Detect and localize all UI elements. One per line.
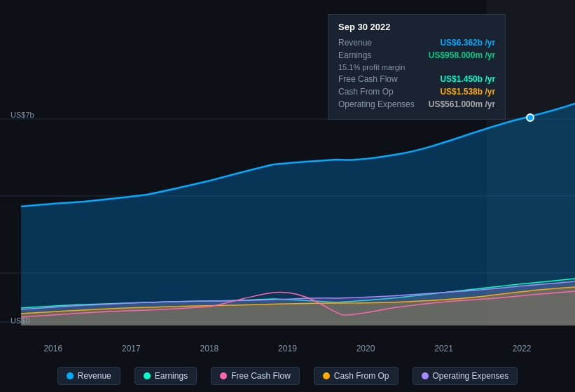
x-label-2021: 2021 (434, 344, 453, 354)
tooltip-revenue-label: Revenue (338, 38, 372, 48)
legend-dot-fcf (220, 372, 227, 379)
tooltip-earnings-value: US$958.000m /yr (429, 50, 495, 60)
tooltip-revenue-value: US$6.362b /yr (440, 38, 495, 48)
x-label-2022: 2022 (513, 344, 532, 354)
x-axis: 2016 2017 2018 2019 2020 2021 2022 (0, 344, 575, 354)
legend-label-opex: Operating Expenses (433, 371, 509, 381)
x-label-2018: 2018 (200, 344, 219, 354)
tooltip-fcf-value: US$1.450b /yr (440, 74, 495, 84)
tooltip-fcf-row: Free Cash Flow US$1.450b /yr (338, 74, 495, 84)
legend-label-fcf: Free Cash Flow (231, 371, 291, 381)
tooltip-opex-label: Operating Expenses (338, 99, 415, 109)
legend-item-earnings[interactable]: Earnings (134, 367, 197, 385)
chart-container: US$7b US$0 Sep 30 2022 Revenue US$6.362b… (0, 0, 575, 392)
tooltip-date: Sep 30 2022 (338, 22, 495, 32)
tooltip-profit-margin: 15.1% profit margin (338, 63, 495, 71)
tooltip-fcf-label: Free Cash Flow (338, 74, 398, 84)
x-label-2016: 2016 (43, 344, 62, 354)
tooltip-revenue-row: Revenue US$6.362b /yr (338, 38, 495, 48)
tooltip-earnings-label: Earnings (338, 50, 371, 60)
legend-label-cashop: Cash From Op (334, 371, 389, 381)
tooltip: Sep 30 2022 Revenue US$6.362b /yr Earnin… (328, 14, 506, 120)
svg-point-6 (527, 114, 534, 121)
svg-text:US$7b: US$7b (11, 111, 34, 119)
legend-dot-earnings (144, 372, 151, 379)
tooltip-earnings-row: Earnings US$958.000m /yr (338, 50, 495, 60)
legend-dot-opex (422, 372, 429, 379)
legend-item-revenue[interactable]: Revenue (57, 367, 120, 385)
svg-text:US$0: US$0 (11, 316, 30, 325)
x-label-2019: 2019 (278, 344, 297, 354)
tooltip-opex-value: US$561.000m /yr (429, 99, 495, 109)
legend-item-opex[interactable]: Operating Expenses (413, 367, 518, 385)
x-label-2020: 2020 (356, 344, 375, 354)
legend: Revenue Earnings Free Cash Flow Cash Fro… (0, 367, 575, 385)
x-label-2017: 2017 (122, 344, 141, 354)
legend-item-fcf[interactable]: Free Cash Flow (211, 367, 300, 385)
tooltip-cashop-value: US$1.538b /yr (440, 87, 495, 97)
tooltip-cashop-row: Cash From Op US$1.538b /yr (338, 87, 495, 97)
legend-label-revenue: Revenue (78, 371, 111, 381)
legend-dot-cashop (323, 372, 330, 379)
legend-dot-revenue (67, 372, 74, 379)
tooltip-opex-row: Operating Expenses US$561.000m /yr (338, 99, 495, 109)
legend-label-earnings: Earnings (155, 371, 188, 381)
legend-item-cashop[interactable]: Cash From Op (314, 367, 399, 385)
tooltip-cashop-label: Cash From Op (338, 87, 394, 97)
